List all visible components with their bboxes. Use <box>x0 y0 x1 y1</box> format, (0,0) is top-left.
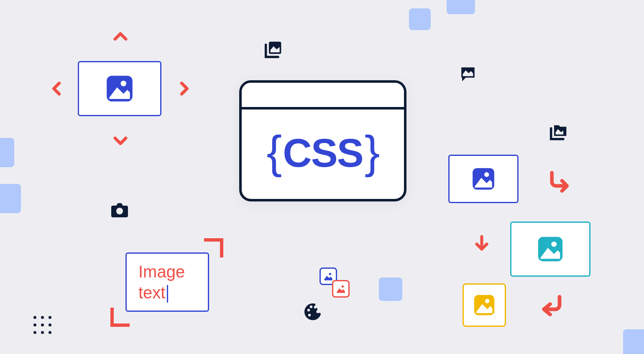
camera-icon <box>110 200 130 222</box>
window-titlebar <box>242 83 404 110</box>
image-gallery-icon <box>264 40 283 60</box>
svg-point-7 <box>308 314 311 316</box>
text-cursor <box>167 285 168 303</box>
chevron-right-icon <box>175 79 193 98</box>
css-text: CSS <box>283 130 363 176</box>
image-placeholder-icon <box>335 283 346 294</box>
color-palette-icon <box>303 302 323 323</box>
image-placeholder-icon <box>323 271 334 282</box>
image-placeholder-icon <box>104 73 135 104</box>
svg-point-6 <box>314 306 317 308</box>
multimedia-folder-icon <box>549 124 568 144</box>
decor-square <box>0 184 21 213</box>
text-line-2: text <box>138 282 196 303</box>
image-card-blue <box>78 61 161 116</box>
svg-point-8 <box>329 273 331 275</box>
svg-point-4 <box>307 309 310 311</box>
brace-open: { <box>267 125 281 178</box>
image-placeholder-icon <box>536 234 565 264</box>
chevron-up-icon <box>111 28 130 46</box>
arrow-turn-down-right-icon <box>548 170 572 194</box>
chevron-left-icon <box>48 79 66 98</box>
css-label: { CSS } <box>267 127 379 180</box>
image-text-card: Image text <box>125 252 209 312</box>
decor-square <box>447 0 475 14</box>
image-placeholder-icon <box>472 293 496 317</box>
arrow-return-left-icon <box>539 293 564 318</box>
text-line-1: Image <box>138 261 196 282</box>
chevron-down-icon <box>111 131 130 150</box>
svg-point-9 <box>342 285 344 288</box>
small-image-red <box>332 280 350 298</box>
css-window: { CSS } <box>239 80 406 201</box>
decor-square <box>0 138 14 167</box>
decor-square <box>623 329 644 354</box>
image-card-blue-right <box>448 155 519 203</box>
arrow-down-icon <box>472 233 492 253</box>
drag-handle-icon <box>33 316 53 335</box>
svg-point-13 <box>551 242 557 247</box>
svg-point-16 <box>485 299 490 303</box>
svg-point-11 <box>484 172 489 177</box>
svg-point-5 <box>310 306 312 308</box>
image-card-amber <box>463 283 506 327</box>
image-card-teal <box>510 222 590 277</box>
decor-square <box>409 8 431 30</box>
brace-close: } <box>365 125 379 178</box>
mms-bubble-icon <box>459 65 477 84</box>
svg-point-1 <box>120 81 126 87</box>
decor-square <box>379 278 402 301</box>
svg-point-3 <box>116 208 123 214</box>
image-placeholder-icon <box>470 166 496 192</box>
